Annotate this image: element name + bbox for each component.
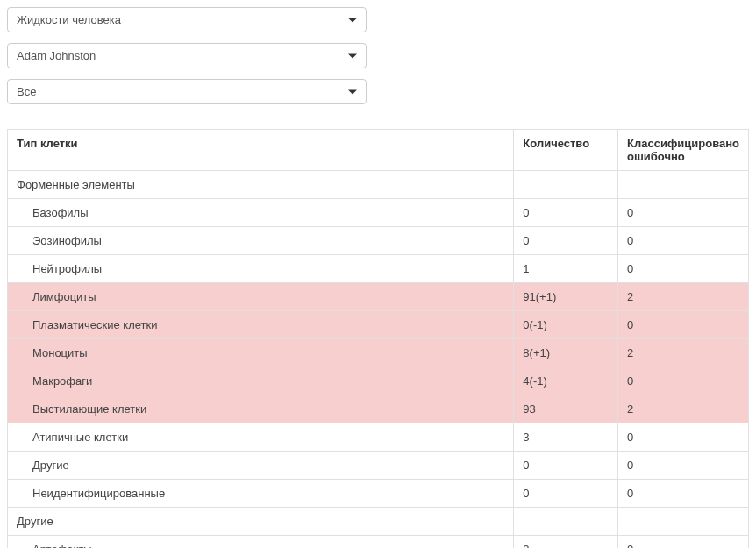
cell-count: 3 — [514, 536, 618, 549]
cell-empty — [514, 508, 618, 536]
cell-name: Другие — [8, 452, 514, 480]
cell-misclassified: 0 — [618, 227, 749, 255]
table-row: Нейтрофилы10 — [8, 255, 749, 283]
cell-name: Неидентифицированные — [8, 480, 514, 508]
table-row: Атипичные клетки30 — [8, 423, 749, 452]
cell-name: Лимфоциты — [8, 283, 514, 311]
cell-count-table: Тип клетки Количество Классифицировано о… — [7, 129, 749, 548]
cell-empty — [618, 171, 749, 199]
cell-count: 4(-1) — [514, 367, 618, 395]
cell-misclassified: 0 — [618, 452, 749, 480]
cell-count: 0 — [514, 199, 618, 227]
user-select[interactable]: Adam Johnston — [7, 43, 367, 68]
cell-misclassified: 0 — [618, 423, 749, 452]
cell-count: 0 — [514, 480, 618, 508]
cell-misclassified: 0 — [618, 311, 749, 339]
table-row: Плазматические клетки0(-1)0 — [8, 311, 749, 339]
cell-count-table-wrap: Тип клетки Количество Классифицировано о… — [7, 129, 749, 548]
cell-name: Выстилающие клетки — [8, 395, 514, 423]
user-value: Adam Johnston — [17, 49, 96, 62]
table-row: Макрофаги4(-1)0 — [8, 367, 749, 395]
table-row: Базофилы00 — [8, 199, 749, 227]
header-count: Количество — [514, 130, 618, 171]
scope-value: Все — [17, 85, 36, 98]
cell-count: 8(+1) — [514, 339, 618, 367]
fluid-type-select[interactable]: Жидкости человека — [7, 7, 367, 32]
table-body: Форменные элементыБазофилы00Эозинофилы00… — [8, 171, 749, 549]
header-cell-type: Тип клетки — [8, 130, 514, 171]
cell-misclassified: 2 — [618, 339, 749, 367]
table-section-row: Другие — [8, 508, 749, 536]
table-row: Выстилающие клетки932 — [8, 395, 749, 423]
cell-count: 1 — [514, 255, 618, 283]
cell-misclassified: 0 — [618, 255, 749, 283]
table-row: Моноциты8(+1)2 — [8, 339, 749, 367]
table-row: Другие00 — [8, 452, 749, 480]
fluid-type-value: Жидкости человека — [17, 13, 121, 26]
cell-misclassified: 2 — [618, 283, 749, 311]
chevron-down-icon — [348, 18, 357, 22]
cell-count: 0 — [514, 452, 618, 480]
cell-misclassified: 0 — [618, 536, 749, 549]
cell-misclassified: 0 — [618, 367, 749, 395]
cell-count: 93 — [514, 395, 618, 423]
table-row: Лимфоциты91(+1)2 — [8, 283, 749, 311]
table-section-row: Форменные элементы — [8, 171, 749, 199]
table-row: Неидентифицированные00 — [8, 480, 749, 508]
cell-name: Макрофаги — [8, 367, 514, 395]
cell-count: 91(+1) — [514, 283, 618, 311]
cell-empty — [618, 508, 749, 536]
cell-misclassified: 0 — [618, 199, 749, 227]
cell-name: Моноциты — [8, 339, 514, 367]
cell-name: Плазматические клетки — [8, 311, 514, 339]
cell-name: Атипичные клетки — [8, 423, 514, 452]
section-title: Другие — [8, 508, 514, 536]
table-header-row: Тип клетки Количество Классифицировано о… — [8, 130, 749, 171]
chevron-down-icon — [348, 89, 357, 94]
cell-name: Нейтрофилы — [8, 255, 514, 283]
cell-empty — [514, 171, 618, 199]
cell-count: 0 — [514, 227, 618, 255]
cell-misclassified: 2 — [618, 395, 749, 423]
cell-name: Эозинофилы — [8, 227, 514, 255]
cell-count: 0(-1) — [514, 311, 618, 339]
chevron-down-icon — [348, 53, 357, 58]
cell-misclassified: 0 — [618, 480, 749, 508]
table-row: Эозинофилы00 — [8, 227, 749, 255]
header-misclassified: Классифицировано ошибочно — [618, 130, 749, 171]
scope-select[interactable]: Все — [7, 79, 367, 104]
section-title: Форменные элементы — [8, 171, 514, 199]
cell-name: Артефакты — [8, 536, 514, 549]
table-row: Артефакты30 — [8, 536, 749, 549]
cell-count: 3 — [514, 423, 618, 452]
cell-name: Базофилы — [8, 199, 514, 227]
